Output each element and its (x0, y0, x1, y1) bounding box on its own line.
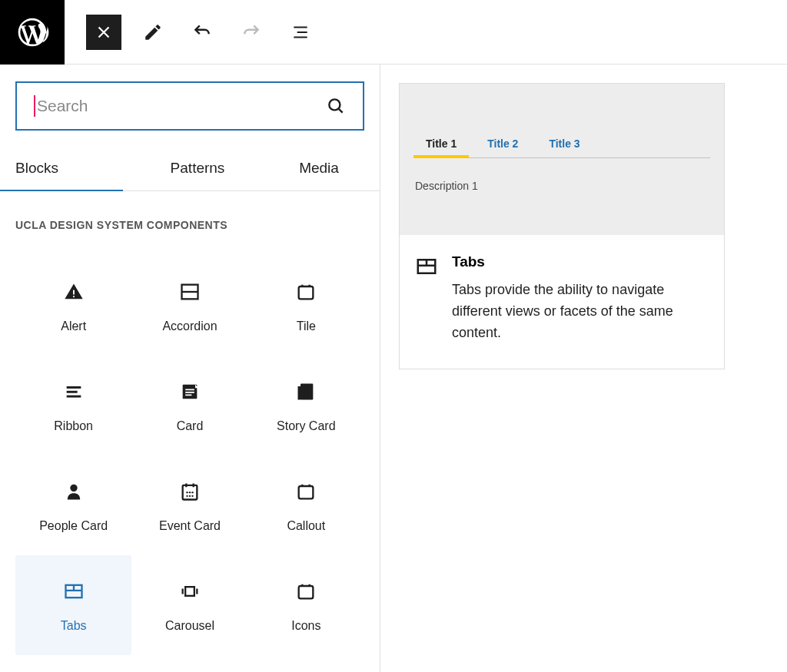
block-story-card[interactable]: Story Card (248, 356, 364, 455)
pencil-icon (143, 22, 163, 42)
svg-rect-4 (299, 286, 314, 299)
tabs-icon (63, 581, 85, 602)
undo-icon (192, 22, 212, 42)
category-title: UCLA DESIGN SYSTEM COMPONENTS (15, 219, 364, 231)
calendar-icon (179, 481, 201, 502)
preview-tab-3[interactable]: Title 3 (549, 137, 579, 157)
preview-info-text: Tabs Tabs provide the ability to navigat… (452, 253, 709, 344)
block-label: Carousel (165, 619, 214, 633)
block-icons[interactable]: Icons (248, 555, 364, 655)
preview-render: Title 1 Title 2 Title 3 Description 1 (400, 84, 724, 235)
block-label: Story Card (277, 419, 335, 433)
block-label: Callout (287, 519, 325, 533)
preview-info-title: Tabs (452, 253, 709, 270)
block-card[interactable]: Card (131, 356, 247, 455)
svg-point-19 (186, 495, 188, 497)
block-tile[interactable]: Tile (248, 256, 364, 356)
search-cursor (34, 95, 35, 117)
svg-rect-7 (66, 396, 81, 398)
person-icon (63, 481, 85, 502)
tabs-icon (415, 255, 438, 278)
close-button[interactable] (86, 15, 121, 50)
svg-rect-11 (185, 395, 191, 396)
block-carousel[interactable]: Carousel (131, 555, 247, 655)
icons-icon (295, 581, 317, 602)
block-label: Event Card (159, 519, 221, 533)
block-people-card[interactable]: People Card (15, 455, 131, 555)
preview-description: Description 1 (413, 180, 710, 192)
list-view-button[interactable] (283, 15, 318, 50)
block-alert[interactable]: Alert (15, 256, 131, 356)
tab-media[interactable]: Media (258, 147, 380, 190)
svg-rect-9 (185, 389, 194, 391)
redo-icon (241, 22, 261, 42)
search-input[interactable] (37, 97, 326, 115)
search-icon (326, 96, 346, 116)
block-label: Accordion (162, 319, 217, 333)
undo-button[interactable] (184, 15, 220, 50)
svg-point-17 (189, 492, 191, 493)
redo-button[interactable] (234, 15, 269, 50)
wordpress-logo[interactable] (0, 0, 65, 65)
main-content: Blocks Patterns Media UCLA DESIGN SYSTEM… (0, 65, 787, 672)
block-event-card[interactable]: Event Card (131, 455, 247, 555)
svg-point-16 (186, 492, 188, 493)
svg-rect-5 (66, 386, 81, 389)
svg-point-18 (191, 492, 193, 493)
ribbon-icon (63, 381, 85, 402)
preview-tab-1[interactable]: Title 1 (426, 137, 457, 157)
block-ribbon[interactable]: Ribbon (15, 356, 131, 455)
block-label: Tile (297, 319, 316, 333)
preview-card: Title 1 Title 2 Title 3 Description 1 Ta… (399, 83, 725, 369)
edit-button[interactable] (135, 15, 171, 50)
carousel-icon (179, 581, 201, 602)
svg-point-21 (191, 495, 193, 497)
block-accordion[interactable]: Accordion (131, 256, 247, 356)
svg-rect-10 (185, 392, 194, 393)
svg-rect-6 (66, 391, 77, 393)
block-label: Icons (291, 619, 320, 633)
block-label: People Card (39, 519, 108, 533)
svg-point-0 (329, 99, 340, 110)
preview-info-body: Tabs provide the ability to navigate dif… (452, 280, 709, 344)
block-label: Tabs (61, 619, 87, 633)
svg-rect-26 (196, 589, 198, 594)
block-label: Card (177, 419, 204, 433)
tile-icon (295, 281, 317, 303)
svg-rect-25 (181, 589, 183, 594)
svg-rect-13 (298, 386, 301, 400)
svg-rect-12 (301, 384, 313, 400)
svg-point-20 (189, 495, 191, 497)
callout-icon (295, 481, 317, 502)
block-preview-panel: Title 1 Title 2 Title 3 Description 1 Ta… (380, 65, 787, 672)
svg-rect-2 (73, 296, 75, 297)
block-label: Ribbon (54, 419, 93, 433)
svg-rect-1 (73, 290, 75, 295)
block-inserter-panel: Blocks Patterns Media UCLA DESIGN SYSTEM… (0, 65, 380, 672)
blocks-grid: Alert Accordion Tile (15, 256, 364, 655)
svg-point-14 (70, 485, 77, 492)
tab-blocks[interactable]: Blocks (0, 147, 137, 190)
svg-rect-27 (299, 586, 314, 598)
block-callout[interactable]: Callout (248, 455, 364, 555)
close-icon (94, 22, 114, 42)
block-label: Alert (61, 319, 86, 333)
preview-tab-2[interactable]: Title 2 (487, 137, 518, 157)
alert-icon (63, 281, 85, 303)
inserter-tabs: Blocks Patterns Media (0, 147, 380, 191)
svg-rect-24 (185, 587, 194, 596)
svg-rect-22 (299, 486, 314, 498)
block-tabs[interactable]: Tabs (15, 555, 131, 655)
search-box[interactable] (15, 81, 364, 131)
wordpress-icon (15, 15, 49, 49)
toolbar (65, 15, 318, 50)
preview-tabs: Title 1 Title 2 Title 3 (413, 137, 710, 158)
tab-patterns[interactable]: Patterns (137, 147, 258, 190)
card-icon (179, 381, 201, 402)
list-icon (291, 22, 310, 42)
story-card-icon (295, 381, 317, 402)
accordion-icon (179, 281, 201, 303)
preview-info: Tabs Tabs provide the ability to navigat… (400, 235, 724, 369)
editor-header (0, 0, 787, 65)
